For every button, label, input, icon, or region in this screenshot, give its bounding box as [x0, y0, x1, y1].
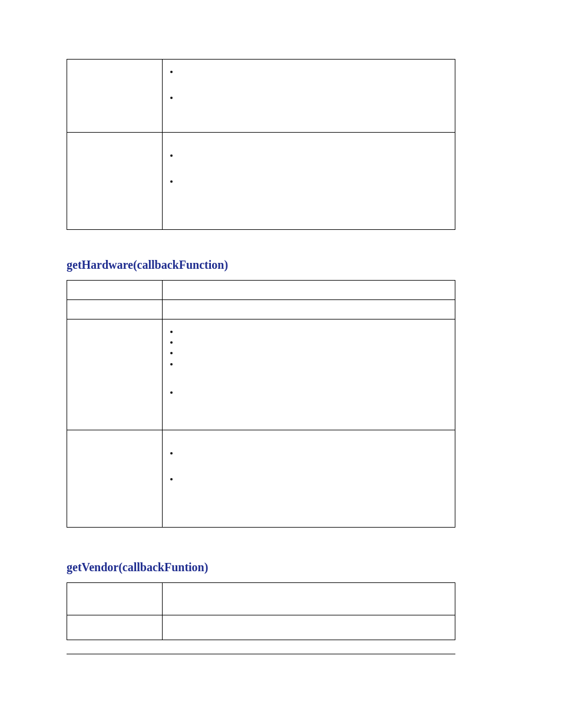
row-content: [163, 300, 455, 319]
row-content: [163, 281, 455, 300]
bullet-item: [179, 474, 449, 485]
bullet-item: [179, 337, 449, 348]
row-label: [67, 281, 163, 300]
row-label: [67, 615, 163, 640]
row-label: [67, 319, 163, 430]
method-heading-gethardware: getHardware(callbackFunction): [67, 258, 495, 272]
table-row: [67, 300, 455, 319]
table-row: [67, 583, 455, 615]
bullet-list: [179, 448, 449, 485]
row-label: [67, 583, 163, 615]
row-content: [163, 583, 455, 615]
api-table-3: [67, 582, 455, 640]
row-content: [163, 615, 455, 640]
table-row: [67, 281, 455, 300]
bullet-item: [179, 176, 449, 187]
table-row: [67, 60, 455, 133]
document-page: getHardware(callbackFunction): [0, 0, 562, 728]
bullet-list: [179, 327, 449, 398]
table-row: [67, 615, 455, 640]
table-row: [67, 133, 455, 230]
bullet-item: [179, 348, 449, 358]
bullet-item: [179, 448, 449, 459]
row-label: [67, 133, 163, 230]
bullet-item: [179, 327, 449, 337]
footer-rule: [67, 654, 455, 654]
row-content: [163, 430, 455, 528]
row-label: [67, 300, 163, 319]
bullet-list: [179, 67, 449, 103]
bullet-item: [179, 387, 449, 398]
method-heading-getvendor: getVendor(callbackFuntion): [67, 561, 495, 574]
bullet-item: [179, 93, 449, 103]
bullet-item: [179, 67, 449, 77]
row-label: [67, 430, 163, 528]
row-content: [163, 133, 455, 230]
bullet-item: [179, 150, 449, 161]
table-row: [67, 319, 455, 430]
row-label: [67, 60, 163, 133]
bullet-list: [179, 150, 449, 187]
row-content: [163, 60, 455, 133]
table-row: [67, 430, 455, 528]
api-table-2: [67, 280, 455, 528]
api-table-1: [67, 59, 455, 230]
bullet-item: [179, 359, 449, 370]
row-content: [163, 319, 455, 430]
